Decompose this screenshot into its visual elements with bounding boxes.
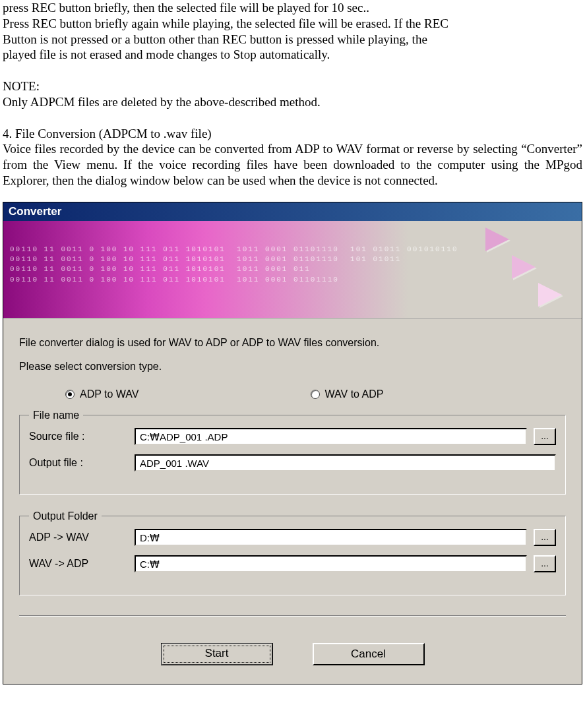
banner-binary-text: 00110 11 0011 0 100 10 111 011 1010101 1… bbox=[10, 245, 458, 286]
adp-wav-folder-label: ADP -> WAV bbox=[29, 531, 128, 543]
arrow-icon bbox=[485, 228, 509, 251]
banner-arrows bbox=[485, 228, 562, 307]
arrow-icon bbox=[512, 255, 536, 279]
paragraph-line: Button is not pressed or a button other … bbox=[3, 32, 582, 47]
adp-wav-folder-input[interactable]: D:₩ bbox=[135, 529, 527, 546]
arrow-icon bbox=[538, 283, 562, 307]
converter-dialog-screenshot: Converter 00110 11 0011 0 100 10 111 011… bbox=[3, 202, 582, 684]
source-file-label: Source file : bbox=[29, 431, 128, 442]
source-file-input[interactable]: C:₩ADP_001 .ADP bbox=[135, 428, 527, 445]
browse-source-button[interactable]: ... bbox=[534, 428, 556, 445]
group-legend: File name bbox=[29, 410, 83, 421]
paragraph-line: played file is not erased and mode chang… bbox=[3, 47, 582, 63]
note-heading: NOTE: bbox=[3, 78, 582, 94]
converter-window: Converter 00110 11 0011 0 100 10 111 011… bbox=[3, 202, 582, 684]
radio-label: WAV to ADP bbox=[325, 388, 384, 400]
radio-icon bbox=[311, 390, 320, 399]
radio-label: ADP to WAV bbox=[80, 388, 139, 400]
window-titlebar[interactable]: Converter bbox=[3, 202, 582, 221]
separator bbox=[19, 615, 566, 617]
wav-adp-folder-label: WAV -> ADP bbox=[29, 558, 128, 570]
group-legend: Output Folder bbox=[29, 510, 102, 522]
file-name-group: File name Source file : C:₩ADP_001 .ADP … bbox=[19, 410, 566, 495]
window-title: Converter bbox=[9, 205, 61, 218]
output-file-input[interactable]: ADP_001 .WAV bbox=[135, 454, 556, 471]
document-body: press REC button briefly, then the selec… bbox=[0, 0, 585, 189]
note-body: Only ADPCM files are deleted by the abov… bbox=[3, 94, 582, 110]
paragraph-line: Press REC button briefly again while pla… bbox=[3, 16, 582, 32]
output-folder-group: Output Folder ADP -> WAV D:₩ ... WAV -> … bbox=[19, 510, 566, 595]
radio-icon bbox=[65, 390, 75, 399]
section-heading: 4. File Conversion (ADPCM to .wav file) bbox=[3, 126, 582, 142]
start-button[interactable]: Start bbox=[161, 643, 273, 665]
browse-wav-adp-button[interactable]: ... bbox=[534, 555, 556, 572]
dialog-description-1: File converter dialog is used for WAV to… bbox=[19, 337, 566, 349]
browse-adp-wav-button[interactable]: ... bbox=[534, 529, 556, 546]
paragraph-line: press REC button briefly, then the selec… bbox=[3, 0, 582, 16]
wav-adp-folder-input[interactable]: C:₩ bbox=[135, 555, 527, 572]
radio-adp-to-wav[interactable]: ADP to WAV bbox=[65, 388, 139, 400]
banner-graphic: 00110 11 0011 0 100 10 111 011 1010101 1… bbox=[3, 221, 582, 318]
dialog-description-2: Please select conversion type. bbox=[19, 361, 566, 373]
output-file-label: Output file : bbox=[29, 457, 128, 469]
cancel-button[interactable]: Cancel bbox=[313, 643, 425, 665]
section-body: Voice files recorded by the device can b… bbox=[3, 141, 582, 188]
radio-wav-to-adp[interactable]: WAV to ADP bbox=[311, 388, 384, 400]
